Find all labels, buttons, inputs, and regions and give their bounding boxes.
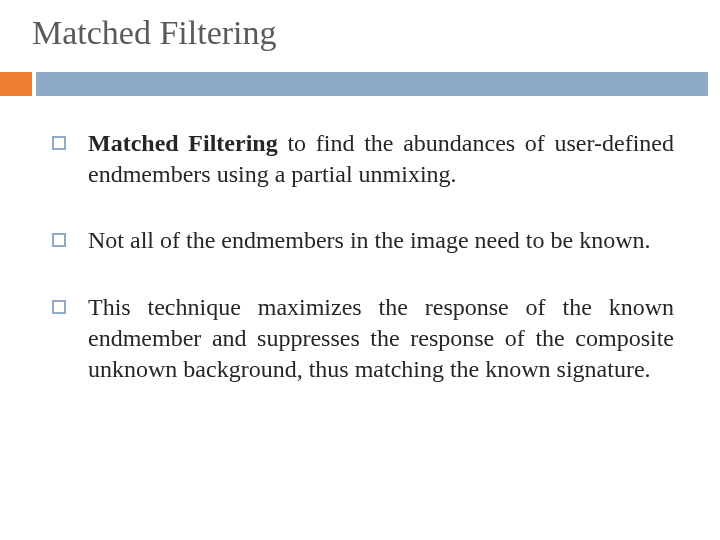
divider-bar [36, 72, 708, 96]
body-text: This technique maximizes the response of… [88, 294, 674, 381]
page-title: Matched Filtering [32, 14, 277, 52]
bullet-icon [52, 300, 66, 314]
slide: Matched Filtering Matched Filtering to f… [0, 0, 720, 540]
list-item: This technique maximizes the response of… [52, 292, 674, 384]
list-item-text: Matched Filtering to find the abundances… [88, 128, 674, 189]
list-item: Matched Filtering to find the abundances… [52, 128, 674, 189]
bullet-icon [52, 136, 66, 150]
title-underline [0, 72, 720, 96]
content-area: Matched Filtering to find the abundances… [52, 128, 674, 420]
list-item: Not all of the endmembers in the image n… [52, 225, 674, 256]
list-item-text: This technique maximizes the response of… [88, 292, 674, 384]
bold-text: Matched Filtering [88, 130, 278, 156]
body-text: Not all of the endmembers in the image n… [88, 227, 651, 253]
list-item-text: Not all of the endmembers in the image n… [88, 225, 674, 256]
accent-block [0, 72, 32, 96]
bullet-icon [52, 233, 66, 247]
